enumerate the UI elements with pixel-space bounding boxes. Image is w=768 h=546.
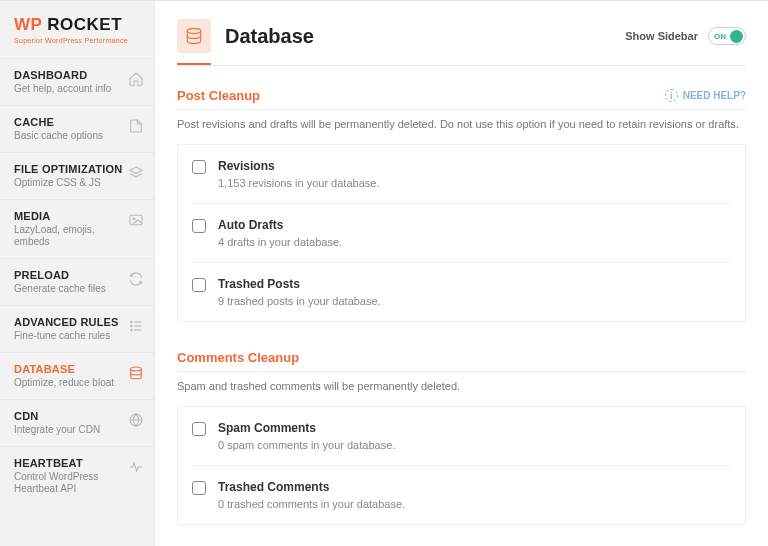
- sidebar-item-sub: Integrate your CDN: [14, 424, 100, 436]
- section-title: Comments Cleanup: [177, 350, 299, 365]
- sidebar-item-sub: Fine-tune cache rules: [14, 330, 119, 342]
- show-sidebar-toggle[interactable]: ON: [708, 27, 746, 45]
- option-title: Auto Drafts: [218, 218, 342, 232]
- list-icon: [128, 318, 144, 334]
- file-icon: [128, 118, 144, 134]
- option-title: Revisions: [218, 159, 379, 173]
- option-sub: 9 trashed posts in your database.: [218, 295, 381, 307]
- database-icon: [128, 365, 144, 381]
- database-icon: [177, 19, 211, 53]
- sidebar-item-cache[interactable]: CACHE Basic cache options: [0, 105, 154, 152]
- logo: WP ROCKET Superior WordPress Performance: [0, 1, 154, 54]
- sidebar-item-sub: Get help, account info: [14, 83, 111, 95]
- help-icon: i: [665, 89, 678, 102]
- sidebar-item-label: DASHBOARD: [14, 69, 111, 81]
- sidebar-item-dashboard[interactable]: DASHBOARD Get help, account info: [0, 58, 154, 105]
- sidebar-item-label: PRELOAD: [14, 269, 106, 281]
- svg-rect-0: [130, 215, 142, 224]
- option-title: Trashed Posts: [218, 277, 381, 291]
- refresh-icon: [128, 271, 144, 287]
- sidebar-item-advanced-rules[interactable]: ADVANCED RULES Fine-tune cache rules: [0, 305, 154, 352]
- checkbox-auto-drafts[interactable]: [192, 219, 206, 233]
- option-title: Spam Comments: [218, 421, 395, 435]
- sidebar-item-sub: Optimize CSS & JS: [14, 177, 122, 189]
- svg-point-8: [131, 367, 142, 371]
- option-sub: 4 drafts in your database.: [218, 236, 342, 248]
- sidebar-item-sub: Basic cache options: [14, 130, 103, 142]
- sidebar-item-database[interactable]: DATABASE Optimize, reduce bloat: [0, 352, 154, 399]
- section-desc: Spam and trashed comments will be perman…: [177, 380, 746, 392]
- section-title: Post Cleanup: [177, 88, 260, 103]
- options-box: Revisions 1,153 revisions in your databa…: [177, 144, 746, 322]
- option-title: Trashed Comments: [218, 480, 405, 494]
- sidebar-item-label: ADVANCED RULES: [14, 316, 119, 328]
- checkbox-spam-comments[interactable]: [192, 422, 206, 436]
- sidebar-item-label: HEARTBEAT: [14, 457, 128, 469]
- sidebar-item-label: DATABASE: [14, 363, 114, 375]
- sidebar-item-file-optimization[interactable]: FILE OPTIMIZATION Optimize CSS & JS: [0, 152, 154, 199]
- toggle-knob: [730, 30, 743, 43]
- sidebar-item-heartbeat[interactable]: HEARTBEAT Control WordPress Heartbeat AP…: [0, 446, 154, 505]
- section-post-cleanup: Post Cleanup i NEED HELP? Post revisions…: [177, 88, 746, 322]
- show-sidebar-label: Show Sidebar: [625, 30, 698, 42]
- page-title: Database: [225, 25, 314, 48]
- toggle-on-label: ON: [714, 32, 726, 41]
- svg-point-7: [131, 329, 132, 330]
- sidebar-item-label: CACHE: [14, 116, 103, 128]
- heartbeat-icon: [128, 459, 144, 475]
- option-sub: 0 spam comments in your database.: [218, 439, 395, 451]
- sidebar-item-media[interactable]: MEDIA LazyLoad, emojis, embeds: [0, 199, 154, 258]
- section-comments-cleanup: Comments Cleanup Spam and trashed commen…: [177, 350, 746, 525]
- logo-wp: WP: [14, 15, 42, 34]
- home-icon: [128, 71, 144, 87]
- layers-icon: [128, 165, 144, 181]
- option-sub: 0 trashed comments in your database.: [218, 498, 405, 510]
- checkbox-trashed-comments[interactable]: [192, 481, 206, 495]
- logo-text: WP ROCKET: [14, 15, 144, 35]
- need-help-label: NEED HELP?: [683, 90, 746, 101]
- sidebar-item-preload[interactable]: PRELOAD Generate cache files: [0, 258, 154, 305]
- need-help-link[interactable]: i NEED HELP?: [665, 89, 746, 102]
- logo-rocket: ROCKET: [47, 15, 122, 34]
- image-icon: [128, 212, 144, 228]
- divider: [177, 65, 746, 66]
- sidebar-item-label: CDN: [14, 410, 100, 422]
- sidebar-item-sub: LazyLoad, emojis, embeds: [14, 224, 128, 248]
- svg-point-1: [133, 218, 135, 220]
- option-trashed-posts: Trashed Posts 9 trashed posts in your da…: [192, 263, 731, 321]
- sidebar: WP ROCKET Superior WordPress Performance…: [0, 1, 155, 546]
- sidebar-item-label: FILE OPTIMIZATION: [14, 163, 122, 175]
- option-sub: 1,153 revisions in your database.: [218, 177, 379, 189]
- sidebar-item-label: MEDIA: [14, 210, 128, 222]
- svg-point-5: [131, 321, 132, 322]
- checkbox-trashed-posts[interactable]: [192, 278, 206, 292]
- sidebar-item-sub: Optimize, reduce bloat: [14, 377, 114, 389]
- options-box: Spam Comments 0 spam comments in your da…: [177, 406, 746, 525]
- section-desc: Post revisions and drafts will be perman…: [177, 118, 746, 130]
- logo-tagline: Superior WordPress Performance: [14, 37, 144, 44]
- page-header: Database Show Sidebar ON: [177, 19, 746, 53]
- option-auto-drafts: Auto Drafts 4 drafts in your database.: [192, 204, 731, 263]
- globe-icon: [128, 412, 144, 428]
- main-content: Database Show Sidebar ON Post Cleanup i …: [155, 1, 768, 546]
- svg-point-6: [131, 325, 132, 326]
- option-revisions: Revisions 1,153 revisions in your databa…: [192, 145, 731, 204]
- nav: DASHBOARD Get help, account info CACHE B…: [0, 58, 154, 505]
- sidebar-item-sub: Control WordPress Heartbeat API: [14, 471, 128, 495]
- svg-point-10: [187, 29, 200, 34]
- option-spam-comments: Spam Comments 0 spam comments in your da…: [192, 407, 731, 466]
- sidebar-item-cdn[interactable]: CDN Integrate your CDN: [0, 399, 154, 446]
- option-trashed-comments: Trashed Comments 0 trashed comments in y…: [192, 466, 731, 524]
- checkbox-revisions[interactable]: [192, 160, 206, 174]
- sidebar-item-sub: Generate cache files: [14, 283, 106, 295]
